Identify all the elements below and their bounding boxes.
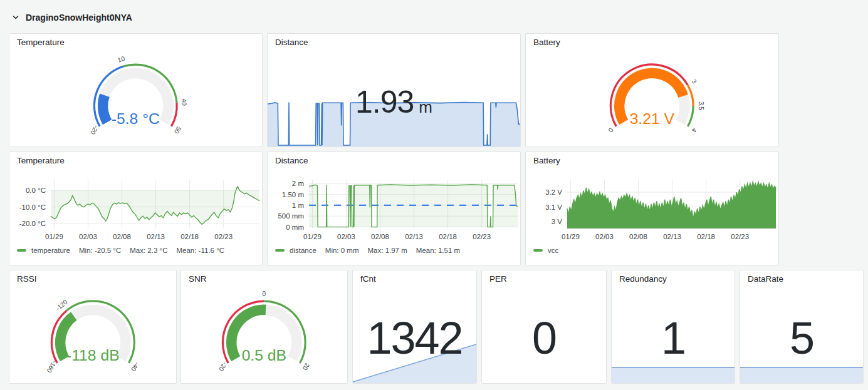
panel-battery-gauge: Battery 033.543.21 V [525, 33, 779, 147]
gauge-tick-label: 4 [690, 127, 698, 134]
chevron-down-icon[interactable] [11, 13, 20, 22]
stat-value: 1342 [353, 316, 476, 361]
x-axis-tick-label: 02/18 [439, 233, 457, 240]
y-axis-tick-label: -20.0 °C [19, 220, 46, 227]
panel-fcnt-stat: fCnt 1342 [352, 270, 477, 384]
x-axis-tick-label: 01/29 [303, 233, 322, 240]
y-axis-tick-label: 3.2 V [545, 188, 562, 196]
panel-title[interactable]: Temperature [9, 152, 262, 170]
sparkline-fill [612, 367, 735, 383]
panel-snr-gauge: SNR -200200.5 dB [180, 270, 348, 384]
x-axis-tick-label: 02/23 [731, 233, 749, 240]
legend: distanceMin: 0 mmMax: 1.97 mMean: 1.51 m [275, 247, 460, 254]
gauge-tick-label: -20 [217, 361, 228, 372]
stat-value: 1 [612, 316, 735, 361]
panel-title[interactable]: Redundancy [612, 270, 735, 288]
panel-temperature-timeseries: Temperature 01/2902/0302/0802/1302/1802/… [9, 151, 263, 265]
y-axis-tick-label: 2 m [292, 180, 304, 187]
y-axis-tick-label: 1 m [292, 202, 304, 209]
panel-title[interactable]: DataRate [740, 270, 863, 288]
gauge-viz: -20104050-5.8 °C [9, 51, 262, 146]
stat-number: 1.93 [355, 85, 414, 120]
gauge-value: 3.21 V [630, 110, 675, 127]
gauge-tick-label: 10 [117, 55, 126, 64]
battery-gauge-chart: 033.543.21 V [580, 52, 724, 146]
x-axis-tick-label: 01/29 [45, 233, 63, 240]
legend-series-swatch [533, 249, 543, 252]
y-axis-tick-label: 3.1 V [545, 203, 562, 211]
battery-timeseries-chart[interactable]: 01/2902/0302/0802/1302/1802/233.2 V3.1 V… [526, 177, 779, 242]
legend-stat: Min: -20.5 °C [79, 247, 121, 254]
panel-title[interactable]: SNR [181, 270, 347, 288]
y-axis-tick-label: 3 V [552, 218, 563, 225]
series-fill [51, 187, 259, 224]
x-axis-tick-label: 02/18 [697, 233, 715, 240]
panel-distance-timeseries: Distance 01/2902/0302/0802/1302/1802/232… [267, 151, 521, 265]
panel-title[interactable]: RSSI [9, 270, 176, 288]
legend-stat: Max: 1.97 m [368, 247, 407, 254]
panel-title[interactable]: Temperature [9, 34, 262, 51]
redundancy-sparkline-chart [612, 366, 735, 383]
legend-series-label[interactable]: distance [290, 247, 316, 254]
panel-title[interactable]: PER [482, 270, 606, 288]
legend-series-label[interactable]: temperature [31, 247, 70, 254]
stat-unit: m [419, 98, 432, 116]
x-axis-tick-label: 02/08 [629, 233, 647, 240]
x-axis-tick-label: 02/23 [473, 233, 491, 240]
y-axis-tick-label: 1.50 m [282, 191, 304, 198]
x-axis-tick-label: 02/18 [180, 233, 199, 240]
panel-title[interactable]: Battery [526, 152, 778, 170]
distance-timeseries-chart[interactable]: 01/2902/0302/0802/1302/1802/232 m1.50 m1… [268, 177, 521, 242]
gauge-tick-label: 3 [691, 78, 699, 85]
gauge-viz: -160-120-40-118 dB [9, 288, 176, 383]
row-title[interactable]: DraginoSnowHeight0NYA [26, 13, 132, 23]
panel-title[interactable]: Battery [526, 34, 778, 51]
gauge-tick-label: 0 [263, 290, 266, 297]
stat-value: 5 [740, 316, 863, 361]
rssi-gauge-chart: -160-120-40-118 dB [21, 289, 165, 382]
panel-title[interactable]: Distance [268, 34, 520, 51]
x-axis-tick-label: 02/13 [663, 233, 681, 240]
x-axis-tick-label: 02/03 [79, 233, 97, 240]
gauge-tick-label: -20 [89, 125, 100, 136]
snr-gauge-chart: -200200.5 dB [192, 289, 336, 382]
legend-series-swatch [275, 249, 285, 252]
grafana-dashboard: DraginoSnowHeight0NYA Temperature -20104… [0, 0, 868, 390]
gauge-tick-label: 40 [180, 98, 188, 106]
stat-value: 1.93m [268, 86, 520, 118]
panel-title[interactable]: Distance [268, 152, 520, 170]
gauge-value: -118 dB [66, 347, 120, 364]
dashboard-row-header[interactable]: DraginoSnowHeight0NYA [11, 13, 132, 23]
y-axis-tick-label: 500 mm [278, 212, 304, 220]
panel-distance-stat: Distance 1.93m [267, 33, 521, 147]
temperature-timeseries-chart[interactable]: 01/2902/0302/0802/1302/1802/230.0 °C-10.… [9, 177, 263, 242]
x-axis-tick-label: 02/03 [595, 233, 614, 240]
legend-stat: Min: 0 mm [325, 247, 359, 254]
x-axis-tick-label: 02/23 [214, 233, 233, 240]
gauge-viz: -200200.5 dB [181, 288, 347, 383]
x-axis-tick-label: 02/13 [147, 233, 165, 240]
panel-datarate-stat: DataRate 5 [740, 270, 864, 384]
datarate-sparkline-chart [740, 366, 863, 383]
legend-stat: Max: 2.3 °C [130, 247, 167, 254]
gauge-tick-label: 0 [607, 127, 615, 134]
panel-title[interactable]: fCnt [353, 270, 476, 288]
panel-temperature-gauge: Temperature -20104050-5.8 °C [9, 33, 263, 147]
y-axis-tick-label: -10.0 °C [19, 203, 46, 211]
gauge-tick-label: 3.5 [698, 101, 704, 110]
gauge-tick-label: -40 [130, 361, 140, 372]
x-axis-tick-label: 02/08 [113, 233, 131, 240]
gauge-value: 0.5 dB [242, 347, 286, 364]
sparkline-fill [740, 367, 863, 383]
gauge-viz: 033.543.21 V [526, 51, 778, 146]
x-axis-tick-label: 01/29 [562, 233, 580, 240]
gauge-tick-label: 50 [173, 125, 182, 135]
y-axis-tick-label: 0 mm [286, 223, 304, 231]
legend-stat: Mean: 1.51 m [416, 247, 460, 254]
gauge-tick-label: -160 [45, 359, 58, 374]
panel-battery-timeseries: Battery 01/2902/0302/0802/1302/1802/233.… [525, 151, 779, 265]
legend: temperatureMin: -20.5 °CMax: 2.3 °CMean:… [17, 247, 224, 254]
legend-series-label[interactable]: vcc [548, 247, 558, 254]
gauge-value: -5.8 °C [112, 110, 160, 127]
panel-rssi-gauge: RSSI -160-120-40-118 dB [9, 270, 177, 384]
